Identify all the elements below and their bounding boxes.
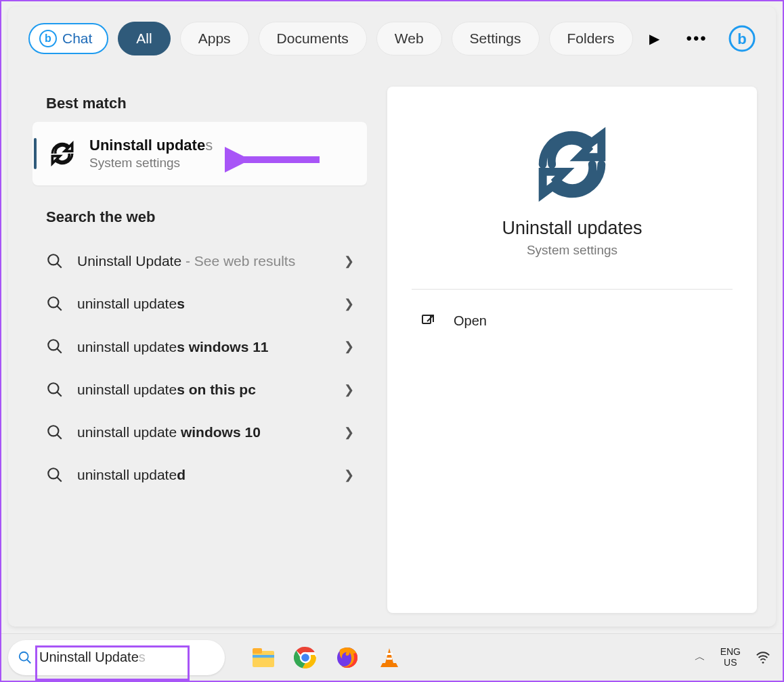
search-icon	[18, 650, 32, 665]
search-icon	[46, 338, 64, 355]
best-match-text: Uninstall updates System settings	[89, 137, 213, 170]
web-result-text: uninstall updates windows 11	[77, 338, 330, 356]
svg-line-17	[27, 659, 31, 663]
web-result-item[interactable]: uninstall updates windows 11 ❯	[32, 325, 367, 368]
filter-documents[interactable]: Documents	[259, 22, 367, 55]
open-action[interactable]: Open	[408, 302, 737, 340]
web-result-text: uninstall updates on this pc	[77, 380, 330, 399]
filter-folders[interactable]: Folders	[549, 22, 633, 55]
best-match-result[interactable]: Uninstall updates System settings	[32, 122, 367, 185]
file-explorer-icon[interactable]	[252, 646, 275, 669]
web-result-item[interactable]: uninstall updates ❯	[32, 282, 367, 325]
sync-large-icon	[528, 120, 616, 208]
language-indicator[interactable]: ENG US	[720, 647, 741, 668]
taskbar-search[interactable]: Uninstall Updates	[8, 640, 225, 675]
svg-line-13	[57, 477, 62, 482]
svg-line-11	[57, 434, 62, 439]
search-icon	[46, 381, 64, 399]
chevron-right-icon: ❯	[344, 339, 357, 354]
svg-point-10	[48, 426, 58, 436]
best-match-subtitle: System settings	[89, 156, 213, 170]
open-label: Open	[454, 313, 487, 329]
svg-point-2	[48, 254, 58, 265]
open-icon	[420, 313, 436, 329]
svg-line-9	[57, 392, 62, 396]
filter-row: b Chat All Apps Documents Web Settings F…	[8, 7, 776, 65]
svg-rect-19	[253, 648, 262, 654]
sync-icon	[47, 139, 77, 168]
bing-corner-icon[interactable]: b	[728, 22, 757, 55]
best-match-heading: Best match	[32, 87, 367, 122]
svg-point-28	[762, 661, 764, 663]
taskbar-pinned-apps	[252, 646, 401, 669]
search-input-text: Uninstall Updates	[39, 650, 146, 665]
taskbar: Uninstall Updates ︿ ENG US	[1, 633, 783, 681]
chevron-right-icon: ❯	[344, 296, 357, 311]
svg-line-3	[57, 263, 62, 268]
chevron-right-icon: ❯	[344, 468, 357, 482]
chevron-right-icon: ❯	[344, 254, 357, 269]
preview-subtitle: System settings	[408, 243, 737, 258]
chevron-right-icon: ❯	[344, 382, 357, 397]
preview-title: Uninstall updates	[408, 218, 737, 239]
svg-point-12	[48, 468, 58, 478]
divider	[412, 289, 733, 290]
web-result-text: uninstall updates	[77, 294, 330, 313]
svg-text:b: b	[738, 30, 747, 47]
overflow-menu-icon[interactable]: •••	[676, 29, 718, 48]
search-icon	[46, 466, 64, 484]
wifi-icon[interactable]	[756, 650, 770, 665]
svg-point-8	[48, 383, 58, 393]
web-result-text: uninstall updated	[77, 465, 330, 484]
search-icon	[46, 252, 64, 270]
svg-rect-27	[387, 658, 392, 660]
tray-overflow-icon[interactable]: ︿	[695, 650, 705, 664]
filter-all[interactable]: All	[118, 22, 170, 55]
filter-settings[interactable]: Settings	[452, 22, 540, 55]
firefox-icon[interactable]	[336, 646, 359, 669]
svg-point-6	[48, 340, 58, 350]
chrome-icon[interactable]	[294, 646, 317, 669]
web-result-item[interactable]: uninstall update windows 10 ❯	[32, 411, 367, 453]
svg-point-16	[20, 652, 28, 660]
svg-rect-20	[253, 655, 274, 658]
web-result-text: uninstall update windows 10	[77, 423, 330, 441]
web-result-item[interactable]: uninstall updates on this pc ❯	[32, 368, 367, 411]
chat-filter[interactable]: b Chat	[28, 23, 108, 54]
bing-icon: b	[39, 30, 57, 47]
search-panel: b Chat All Apps Documents Web Settings F…	[8, 7, 776, 627]
taskbar-system-tray: ︿ ENG US	[695, 647, 776, 668]
vlc-icon[interactable]	[378, 646, 401, 669]
search-icon	[46, 424, 64, 441]
web-result-item[interactable]: uninstall updated ❯	[32, 453, 367, 496]
filter-web[interactable]: Web	[376, 22, 442, 55]
svg-line-5	[57, 306, 62, 311]
more-filters-arrow-icon[interactable]: ▶	[643, 30, 666, 47]
filter-apps[interactable]: Apps	[180, 22, 249, 55]
chevron-right-icon: ❯	[344, 425, 357, 440]
svg-point-4	[48, 297, 58, 307]
preview-pane: Uninstall updates System settings Open	[387, 87, 757, 613]
web-result-text: Uninstall Update - See web results	[77, 252, 330, 270]
web-results-list: Uninstall Update - See web results ❯ uni…	[32, 235, 367, 497]
chat-label: Chat	[62, 30, 92, 47]
search-icon	[46, 295, 64, 313]
web-result-item[interactable]: Uninstall Update - See web results ❯	[32, 240, 367, 282]
search-web-heading: Search the web	[32, 200, 367, 235]
svg-rect-26	[386, 653, 393, 655]
svg-line-7	[57, 348, 62, 353]
results-left-column: Best match Uninstall updates System sett…	[32, 87, 367, 620]
